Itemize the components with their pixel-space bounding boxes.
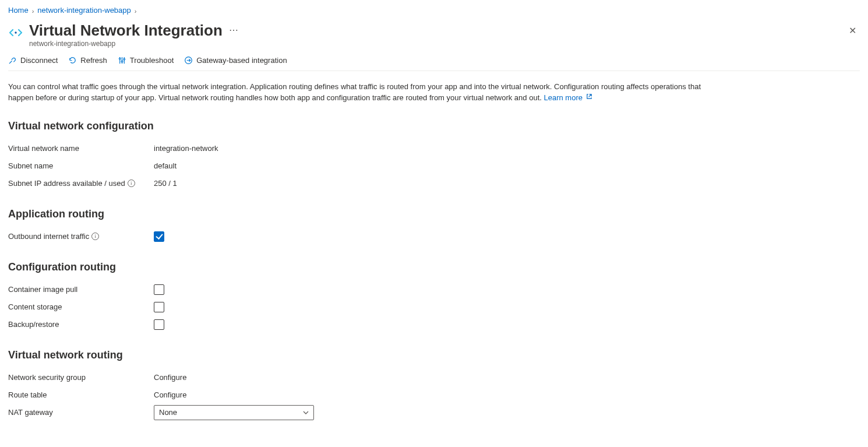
gateway-label: Gateway-based integration — [196, 56, 287, 65]
subnet-name-link[interactable]: default — [154, 161, 177, 170]
vnet-name-label: Virtual network name — [8, 144, 154, 153]
arrow-circle-right-icon — [184, 56, 193, 65]
backup-restore-checkbox[interactable] — [154, 319, 164, 330]
route-table-configure-link[interactable]: Configure — [154, 390, 186, 399]
info-icon[interactable]: i — [128, 179, 135, 187]
svg-point-0 — [15, 31, 16, 33]
subnet-ip-value: 250 / 1 — [154, 179, 177, 188]
outbound-traffic-label-text: Outbound internet traffic — [8, 232, 89, 241]
page-subtitle: network-integration-webapp — [29, 40, 845, 48]
learn-more-label: Learn more — [544, 93, 582, 102]
troubleshoot-button[interactable]: Troubleshoot — [118, 56, 174, 65]
content-storage-checkbox[interactable] — [154, 302, 164, 312]
troubleshoot-icon — [118, 56, 126, 65]
breadcrumb-home[interactable]: Home — [8, 6, 29, 15]
refresh-icon — [68, 56, 77, 65]
info-icon[interactable]: i — [91, 233, 99, 240]
more-icon[interactable]: ⋯ — [229, 25, 239, 35]
disconnect-icon — [8, 56, 17, 65]
section-app-routing: Application routing — [8, 208, 860, 220]
section-vnet-routing: Virtual network routing — [8, 349, 860, 361]
route-table-label: Route table — [8, 390, 154, 399]
vnet-integration-icon — [8, 25, 23, 40]
section-vnet-config: Virtual network configuration — [8, 120, 860, 132]
external-link-icon — [586, 94, 592, 101]
outbound-traffic-checkbox[interactable] — [154, 231, 164, 242]
nsg-label: Network security group — [8, 373, 154, 382]
chevron-right-icon: › — [32, 8, 34, 15]
subnet-ip-label: Subnet IP address available / used i — [8, 179, 154, 188]
vnet-name-link[interactable]: integration-network — [154, 144, 218, 153]
disconnect-label: Disconnect — [20, 56, 58, 65]
refresh-button[interactable]: Refresh — [68, 56, 107, 65]
container-image-pull-label: Container image pull — [8, 285, 154, 294]
nsg-configure-link[interactable]: Configure — [154, 373, 186, 382]
chevron-right-icon: › — [135, 8, 137, 15]
chevron-down-icon — [303, 409, 309, 416]
intro-body: You can control what traffic goes throug… — [8, 82, 701, 102]
svg-point-1 — [119, 58, 121, 59]
page-title: Virtual Network Integration — [29, 22, 223, 40]
troubleshoot-label: Troubleshoot — [130, 56, 174, 65]
nat-gateway-value: None — [159, 408, 177, 417]
close-icon[interactable]: ✕ — [845, 22, 860, 40]
learn-more-link[interactable]: Learn more — [544, 93, 592, 102]
nat-gateway-label: NAT gateway — [8, 408, 154, 417]
subnet-ip-label-text: Subnet IP address available / used — [8, 179, 125, 188]
backup-restore-label: Backup/restore — [8, 320, 154, 329]
refresh-label: Refresh — [80, 56, 107, 65]
disconnect-button[interactable]: Disconnect — [8, 56, 58, 65]
svg-point-3 — [124, 58, 125, 60]
content-storage-label: Content storage — [8, 302, 154, 311]
breadcrumb: Home › network-integration-webapp › — [8, 6, 860, 15]
gateway-integration-button[interactable]: Gateway-based integration — [184, 56, 287, 65]
section-config-routing: Configuration routing — [8, 261, 860, 273]
intro-text: You can control what traffic goes throug… — [8, 82, 701, 104]
command-bar: Disconnect Refresh Troubleshoot Gateway-… — [8, 48, 860, 71]
svg-point-2 — [121, 61, 123, 62]
breadcrumb-app[interactable]: network-integration-webapp — [37, 6, 130, 15]
container-image-pull-checkbox[interactable] — [154, 284, 164, 295]
outbound-traffic-label: Outbound internet traffic i — [8, 232, 154, 241]
subnet-name-label: Subnet name — [8, 161, 154, 170]
nat-gateway-select[interactable]: None — [154, 405, 314, 420]
